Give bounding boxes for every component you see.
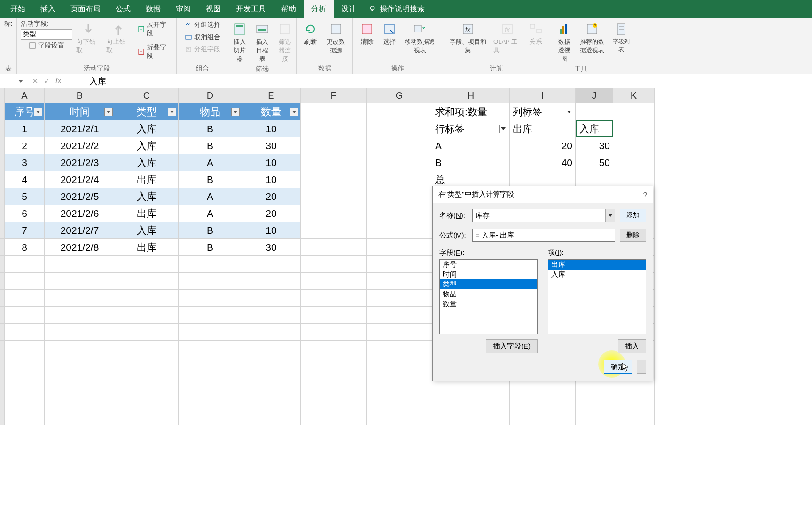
refresh-btn[interactable]: 刷新 — [300, 20, 321, 47]
cell[interactable] — [301, 341, 367, 357]
cell[interactable] — [5, 341, 45, 357]
cell[interactable] — [5, 408, 45, 425]
list-item[interactable]: 数量 — [440, 299, 537, 309]
field-settings-btn[interactable]: 字段设置 — [21, 40, 72, 51]
fields-calc-btn[interactable]: fx字段、项目和集 — [446, 20, 490, 56]
col-header-k[interactable]: K — [613, 88, 655, 103]
cell[interactable] — [5, 307, 45, 324]
cell[interactable]: 入库 — [115, 137, 179, 154]
cell[interactable] — [45, 357, 115, 374]
change-source-btn[interactable]: 更改数据源 — [323, 20, 349, 56]
list-item[interactable]: 类型 — [440, 279, 537, 289]
cell[interactable] — [301, 357, 367, 374]
cell[interactable]: 2021/2/4 — [45, 171, 115, 188]
active-field-input[interactable] — [21, 29, 72, 40]
cell[interactable]: A — [432, 137, 510, 154]
list-item[interactable]: 入库 — [548, 270, 646, 279]
cell[interactable] — [45, 307, 115, 324]
items-listbox[interactable]: 出库入库 — [548, 259, 646, 334]
collapse-field-btn[interactable]: 折叠字段 — [136, 42, 172, 61]
cell[interactable]: 30 — [242, 137, 301, 154]
cell[interactable] — [5, 357, 45, 374]
cell[interactable]: 出库 — [115, 205, 179, 222]
cell[interactable] — [45, 256, 115, 273]
accept-formula-icon[interactable]: ✓ — [44, 77, 50, 86]
cell[interactable] — [301, 154, 367, 171]
tab-design[interactable]: 设计 — [334, 0, 364, 18]
cell[interactable] — [115, 408, 179, 425]
cell[interactable]: B — [179, 120, 242, 137]
filter-icon[interactable] — [231, 108, 240, 116]
tab-data[interactable]: 数据 — [138, 0, 168, 18]
cell[interactable] — [45, 290, 115, 307]
cell[interactable] — [510, 391, 576, 408]
cell[interactable] — [5, 273, 45, 290]
cell[interactable] — [367, 205, 432, 222]
insert-timeline-btn[interactable]: 插入日程表 — [252, 20, 273, 64]
cell[interactable] — [613, 154, 655, 171]
cell[interactable] — [179, 408, 242, 425]
cell[interactable]: 10 — [242, 120, 301, 137]
fields-listbox[interactable]: 序号时间类型物品数量 — [439, 259, 538, 334]
cell[interactable] — [576, 103, 613, 120]
cell[interactable]: 2021/2/7 — [45, 222, 115, 239]
cell[interactable]: 10 — [242, 222, 301, 239]
cell[interactable] — [242, 391, 301, 408]
cell[interactable] — [115, 307, 179, 324]
name-combo[interactable] — [472, 209, 615, 222]
cell[interactable] — [367, 273, 432, 290]
move-pivot-btn[interactable]: 移动数据透视表 — [402, 20, 438, 56]
cell[interactable]: 入库 — [115, 188, 179, 205]
pivot-chart-btn[interactable]: 数据透视图 — [554, 20, 575, 64]
cell[interactable] — [301, 273, 367, 290]
cell[interactable] — [301, 391, 367, 408]
cell[interactable] — [613, 391, 655, 408]
cell[interactable]: 出库 — [115, 239, 179, 256]
group-selection-btn[interactable]: 分组选择 — [183, 20, 222, 30]
cell[interactable]: A — [179, 154, 242, 171]
cell[interactable] — [242, 324, 301, 341]
cell[interactable]: B — [179, 239, 242, 256]
cell[interactable] — [301, 256, 367, 273]
tab-help[interactable]: 帮助 — [273, 0, 304, 18]
field-list-btn[interactable]: 字段列表 — [611, 20, 632, 55]
col-header-h[interactable]: H — [432, 88, 510, 103]
cell[interactable]: 2021/2/6 — [45, 205, 115, 222]
list-item[interactable]: 物品 — [440, 289, 537, 299]
cell[interactable] — [367, 239, 432, 256]
cell[interactable] — [367, 103, 432, 120]
filter-icon[interactable] — [34, 108, 42, 116]
tab-layout[interactable]: 页面布局 — [63, 0, 108, 18]
cell[interactable] — [242, 290, 301, 307]
table-header[interactable]: 物品 — [179, 103, 242, 120]
select-all-corner[interactable] — [0, 88, 5, 103]
recommend-pivot-btn[interactable]: ?推荐的数据透视表 — [577, 20, 607, 56]
cell[interactable] — [179, 290, 242, 307]
pivot-col-labels[interactable]: 列标签 — [510, 103, 576, 120]
clear-btn[interactable]: 清除 — [357, 20, 377, 47]
pivot-sum-label[interactable]: 求和项:数量 — [432, 103, 510, 120]
fx-icon[interactable]: fx — [55, 77, 61, 86]
help-icon[interactable]: ? — [643, 190, 647, 198]
cell[interactable]: B — [432, 154, 510, 171]
cell[interactable] — [301, 307, 367, 324]
cell[interactable]: 5 — [5, 188, 45, 205]
cell[interactable] — [576, 391, 613, 408]
tab-review[interactable]: 审阅 — [168, 0, 198, 18]
cell[interactable] — [5, 391, 45, 408]
cell[interactable]: 30 — [242, 239, 301, 256]
col-header-j[interactable]: J — [576, 88, 613, 103]
cell[interactable] — [367, 408, 432, 425]
cell[interactable] — [301, 103, 367, 120]
cell[interactable]: 20 — [510, 137, 576, 154]
cell[interactable] — [367, 391, 432, 408]
tab-insert[interactable]: 插入 — [33, 0, 63, 18]
cell[interactable] — [613, 137, 655, 154]
cell[interactable]: 10 — [242, 154, 301, 171]
cell[interactable] — [367, 324, 432, 341]
table-header[interactable]: 序号 — [5, 103, 45, 120]
delete-button[interactable]: 删除 — [620, 229, 646, 242]
cell[interactable]: 2021/2/1 — [45, 120, 115, 137]
cell[interactable] — [45, 408, 115, 425]
cell[interactable] — [367, 290, 432, 307]
